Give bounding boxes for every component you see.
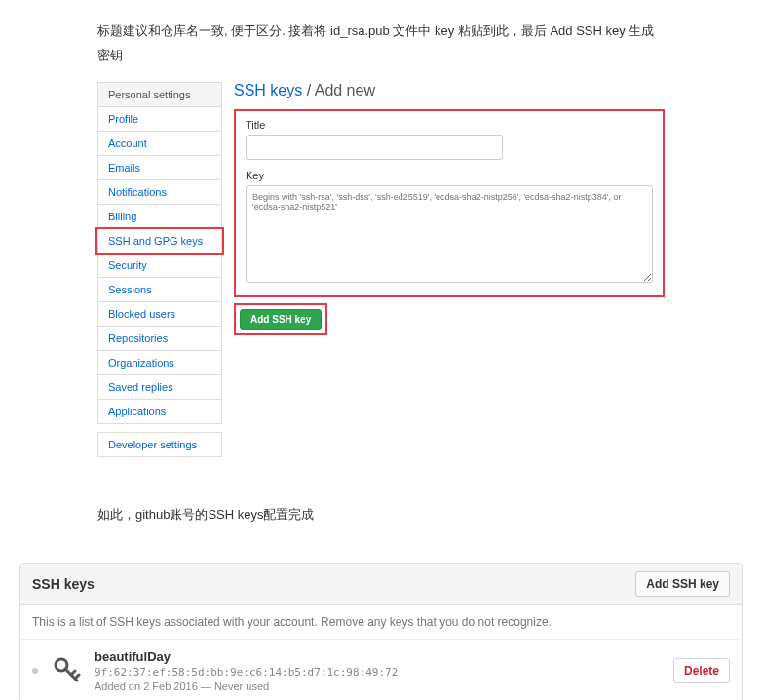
mid-text: 如此，github账号的SSH keys配置完成 [97, 506, 665, 524]
add-ssh-key-panel-button[interactable]: Add SSH key [635, 571, 730, 597]
intro-text: 标题建议和仓库名一致, 便于区分. 接着将 id_rsa.pub 文件中 key… [97, 19, 665, 67]
sidebar-header: Personal settings [97, 82, 222, 107]
sidebar-item-security[interactable]: Security [97, 253, 222, 278]
sidebar-item-organizations[interactable]: Organizations [97, 351, 222, 375]
panel-description: This is a list of SSH keys associated wi… [20, 605, 742, 640]
sidebar-item-profile[interactable]: Profile [97, 107, 222, 132]
sidebar-item-billing[interactable]: Billing [97, 205, 222, 229]
key-meta: Added on 2 Feb 2016 — Never used [95, 681, 660, 692]
key-info: beautifulDay 9f:62:37:ef:58:5d:bb:9e:c6:… [95, 649, 660, 692]
title-input[interactable] [246, 135, 503, 160]
sidebar-item-ssh-gpg[interactable]: SSH and GPG keys [97, 229, 222, 253]
sidebar: Personal settings Profile Account Emails… [97, 82, 222, 457]
ssh-keys-panel: SSH keys Add SSH key This is a list of S… [19, 563, 743, 700]
breadcrumb: SSH keys / Add new [234, 82, 665, 99]
key-name: beautifulDay [95, 649, 660, 664]
sidebar-item-saved-replies[interactable]: Saved replies [97, 375, 222, 400]
ssh-form: Title Key [234, 109, 665, 297]
key-fingerprint: 9f:62:37:ef:58:5d:bb:9e:c6:14:b5:d7:1c:9… [95, 666, 660, 679]
settings-screenshot: Personal settings Profile Account Emails… [97, 82, 665, 457]
delete-button[interactable]: Delete [673, 658, 730, 683]
sidebar-item-repositories[interactable]: Repositories [97, 327, 222, 351]
sidebar-item-emails[interactable]: Emails [97, 156, 222, 180]
main-area: SSH keys / Add new Title Key Add SSH key [234, 82, 665, 457]
breadcrumb-current: Add new [315, 82, 375, 98]
sidebar-item-account[interactable]: Account [97, 132, 222, 156]
panel-header: SSH keys Add SSH key [20, 564, 742, 605]
key-textarea[interactable] [246, 185, 653, 283]
sidebar-item-sessions[interactable]: Sessions [97, 278, 222, 302]
breadcrumb-sep: / [302, 82, 314, 98]
panel-title: SSH keys [32, 576, 95, 592]
title-label: Title [246, 119, 653, 131]
sidebar-item-notifications[interactable]: Notifications [97, 180, 222, 205]
ssh-key-row: beautifulDay 9f:62:37:ef:58:5d:bb:9e:c6:… [20, 640, 742, 700]
sidebar-item-developer[interactable]: Developer settings [97, 432, 222, 457]
status-dot [32, 668, 38, 674]
sidebar-item-applications[interactable]: Applications [97, 400, 222, 424]
key-label: Key [246, 170, 653, 181]
add-key-highlight: Add SSH key [234, 303, 327, 335]
breadcrumb-link[interactable]: SSH keys [234, 82, 302, 98]
sidebar-item-blocked[interactable]: Blocked users [97, 302, 222, 327]
add-ssh-key-button[interactable]: Add SSH key [240, 309, 322, 330]
svg-line-3 [75, 675, 79, 679]
svg-line-2 [71, 671, 75, 675]
key-icon [52, 655, 81, 687]
